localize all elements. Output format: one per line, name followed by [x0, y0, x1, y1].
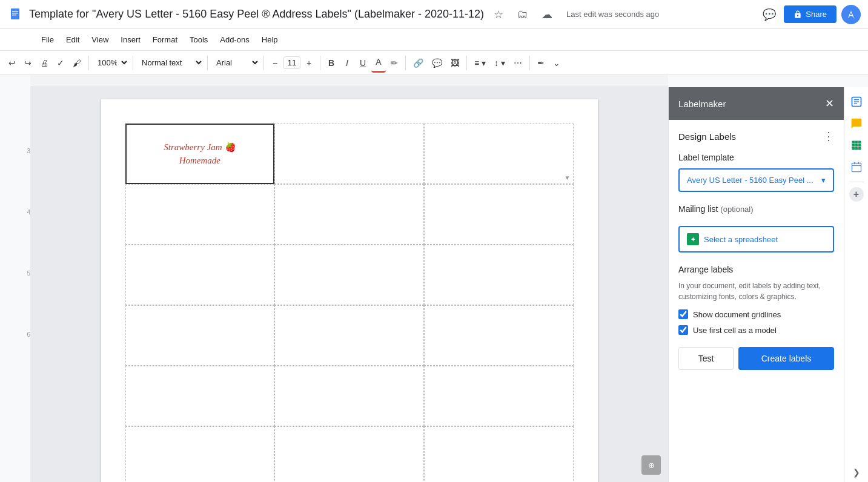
document-title: Template for "Avery US Letter - 5160 Eas…	[29, 8, 484, 21]
style-select[interactable]: Normal text Heading 1 Heading 2	[137, 56, 204, 69]
label-cell-3-1[interactable]	[125, 245, 275, 305]
separator-7	[466, 56, 467, 70]
label-cell-1-1[interactable]: Strawberry Jam 🍓 Homemade	[125, 124, 275, 184]
menu-tools[interactable]: Tools	[185, 33, 213, 47]
font-color-button[interactable]: A	[371, 53, 386, 73]
title-bar-right: 💬 Share A	[760, 5, 861, 24]
label-cell-5-1[interactable]	[125, 366, 275, 426]
menu-view[interactable]: View	[87, 33, 113, 47]
label-cell-4-1[interactable]	[125, 305, 275, 366]
menu-addons[interactable]: Add-ons	[215, 33, 254, 47]
sidebar-calendar-icon[interactable]	[847, 157, 866, 177]
label-cell-1-3[interactable]: ▼	[424, 124, 574, 184]
sheets-icon-text: ✦	[691, 236, 695, 243]
label-cell-4-3[interactable]	[424, 305, 574, 366]
select-spreadsheet-button[interactable]: ✦ Select a spreadsheet	[678, 226, 834, 253]
action-buttons: Test Create labels	[678, 347, 834, 370]
sidebar-labelmaker-icon[interactable]	[847, 92, 866, 111]
panel-header: Labelmaker ✕	[669, 87, 844, 120]
template-dropdown-arrow: ▾	[821, 176, 826, 185]
format-paint-button[interactable]: 🖌	[69, 53, 85, 73]
expand-button[interactable]: ⌄	[549, 53, 564, 73]
menu-format[interactable]: Format	[148, 33, 182, 47]
main-area: 3 4 5 6 Strawberry Jam 🍓 Homemade ▼	[0, 87, 868, 482]
label-cell-2-1[interactable]	[125, 184, 275, 245]
spellcheck-button[interactable]: ✓	[53, 53, 68, 73]
label-content: Strawberry Jam 🍓 Homemade	[164, 140, 236, 168]
page-nav-button[interactable]: ⊕	[641, 455, 661, 475]
separator-4	[263, 56, 264, 70]
label-cell-2-2[interactable]	[274, 184, 424, 245]
label-template-section: Label template Avery US Letter - 5160 Ea…	[678, 153, 834, 192]
align-button[interactable]: ≡ ▾	[471, 53, 489, 73]
label-cell-6-3[interactable]	[424, 426, 574, 482]
panel-close-button[interactable]: ✕	[825, 97, 834, 110]
menu-help[interactable]: Help	[257, 33, 283, 47]
labelmaker-panel: Labelmaker ✕ Design Labels ⋮ Label templ…	[668, 87, 844, 482]
cell-indicator: ▼	[565, 174, 571, 181]
label-cell-4-2[interactable]	[274, 305, 424, 366]
link-button[interactable]: 🔗	[409, 53, 427, 73]
font-select[interactable]: Arial Times New Roman Georgia	[211, 56, 260, 69]
use-first-cell-label: Use first cell as a model	[693, 326, 777, 335]
image-button[interactable]: 🖼	[447, 53, 463, 73]
more-button[interactable]: ⋯	[510, 53, 526, 73]
label-cell-1-2[interactable]	[274, 124, 424, 184]
label-cell-5-3[interactable]	[424, 366, 574, 426]
font-size-increase[interactable]: +	[302, 53, 316, 73]
use-first-cell-checkbox[interactable]	[678, 325, 688, 335]
title-bar: Template for "Avery US Letter - 5160 Eas…	[0, 0, 868, 29]
separator-1	[88, 56, 89, 70]
folder-button[interactable]: 🗂	[513, 5, 532, 24]
label-cell-3-2[interactable]	[274, 245, 424, 305]
label-cell-6-2[interactable]	[274, 426, 424, 482]
italic-button[interactable]: I	[340, 53, 354, 73]
underline-button[interactable]: U	[356, 53, 370, 73]
template-value: Avery US Letter - 5160 Easy Peel ...	[687, 176, 813, 185]
label-grid: Strawberry Jam 🍓 Homemade ▼	[125, 124, 574, 482]
sidebar-divider	[849, 182, 864, 182]
show-gridlines-checkbox[interactable]	[678, 309, 688, 319]
panel-title: Labelmaker	[678, 99, 726, 109]
redo-button[interactable]: ↪	[21, 53, 35, 73]
zoom-select[interactable]: 100% 75% 150%	[93, 56, 129, 69]
menu-file[interactable]: File	[36, 33, 59, 47]
share-label: Share	[806, 10, 827, 19]
panel-more-button[interactable]: ⋮	[823, 130, 834, 143]
comment-button[interactable]: 💬	[428, 53, 446, 73]
cloud-button[interactable]: ☁	[537, 5, 557, 24]
sidebar-add-button[interactable]: +	[849, 187, 864, 202]
label-cell-6-1[interactable]	[125, 426, 275, 482]
arrange-description: In your document, edit labels by adding …	[678, 280, 834, 302]
highlight-button[interactable]: ✏	[387, 53, 402, 73]
menu-insert[interactable]: Insert	[116, 33, 145, 47]
sidebar-chat-icon[interactable]	[847, 114, 866, 133]
pen-button[interactable]: ✒	[534, 53, 548, 73]
menu-edit[interactable]: Edit	[61, 33, 84, 47]
test-button[interactable]: Test	[678, 347, 734, 370]
use-first-cell-row: Use first cell as a model	[678, 325, 834, 335]
sidebar-expand-button[interactable]: ❯	[853, 467, 860, 477]
create-labels-button[interactable]: Create labels	[738, 347, 834, 370]
font-size-input[interactable]	[283, 56, 300, 69]
comments-button[interactable]: 💬	[760, 5, 779, 24]
label-cell-5-2[interactable]	[274, 366, 424, 426]
bold-button[interactable]: B	[324, 53, 339, 73]
separator-3	[207, 56, 208, 70]
panel-body: Design Labels ⋮ Label template Avery US …	[669, 120, 844, 482]
print-button[interactable]: 🖨	[36, 53, 52, 73]
left-margin: 3 4 5 6	[0, 87, 30, 482]
label-cell-3-3[interactable]	[424, 245, 574, 305]
line-spacing-button[interactable]: ↕ ▾	[491, 53, 509, 73]
share-button[interactable]: Share	[784, 5, 837, 23]
mailing-list-section: Mailing list (optional) ✦ Select a sprea…	[678, 204, 834, 253]
design-labels-title: Design Labels	[678, 131, 736, 142]
title-icons: ☆ 🗂 ☁	[489, 5, 557, 24]
font-size-decrease[interactable]: −	[268, 53, 282, 73]
label-cell-2-3[interactable]	[424, 184, 574, 245]
template-select-button[interactable]: Avery US Letter - 5160 Easy Peel ... ▾	[678, 168, 834, 192]
undo-button[interactable]: ↩	[5, 53, 19, 73]
document-canvas[interactable]: Strawberry Jam 🍓 Homemade ▼	[30, 87, 668, 482]
star-button[interactable]: ☆	[489, 5, 508, 24]
sidebar-sheets-icon[interactable]	[847, 136, 866, 155]
